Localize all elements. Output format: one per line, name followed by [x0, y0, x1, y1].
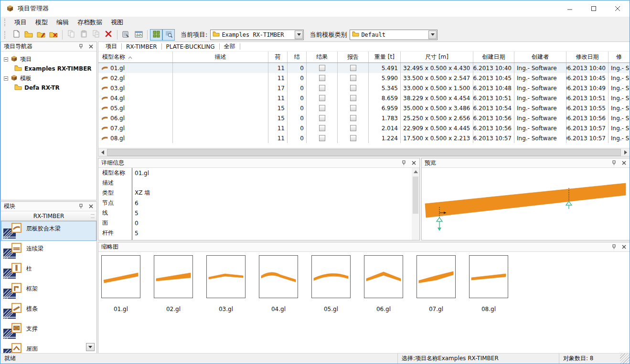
close-icon[interactable]: [410, 160, 417, 166]
dropdown-arrow-icon[interactable]: [295, 31, 303, 39]
results-checkbox[interactable]: [319, 105, 325, 111]
archive-table-button[interactable]: [132, 29, 145, 41]
module-item[interactable]: 柱: [1, 261, 96, 281]
scroll-left-icon[interactable]: [98, 148, 107, 156]
left-horizontal-splitter[interactable]: [0, 200, 97, 201]
close-icon[interactable]: [87, 43, 94, 50]
menu-item-1[interactable]: 模型: [31, 18, 52, 27]
tree-root-0[interactable]: 项目: [4, 54, 96, 64]
column-header-5[interactable]: 报告: [338, 52, 369, 62]
thumbnails-view-button[interactable]: [150, 29, 162, 41]
results-checkbox[interactable]: [319, 95, 325, 101]
column-header-9[interactable]: 创建者: [514, 52, 566, 62]
new-project-folder-button[interactable]: [22, 29, 35, 41]
scroll-right-icon[interactable]: [621, 148, 630, 156]
thumbnail-card[interactable]: [311, 255, 351, 298]
module-group-header[interactable]: RX-TIMBER: [1, 211, 96, 221]
table-row[interactable]: 05.gl1506.95935.000 x 0.500 x 3.4864.06.…: [98, 103, 630, 113]
details-preview-splitter[interactable]: [420, 158, 421, 240]
tree-item-label[interactable]: Defa RX-TR: [24, 84, 60, 91]
pin-icon[interactable]: [610, 244, 617, 250]
new-model-button[interactable]: [10, 29, 22, 41]
column-header-2[interactable]: 荷: [268, 52, 288, 62]
table-row[interactable]: 01.gl1105.49132.495 x 0.500 x 4.4304.06.…: [98, 63, 630, 73]
close-icon[interactable]: [87, 203, 94, 210]
delete-button[interactable]: [102, 29, 115, 41]
current-project-select[interactable]: Examples RX-TIMBER: [210, 30, 304, 40]
details-scrollbar[interactable]: [412, 168, 419, 240]
thumbnail-card[interactable]: [469, 255, 508, 298]
report-checkbox[interactable]: [350, 105, 356, 111]
module-item[interactable]: 框架: [1, 281, 96, 301]
maximize-button[interactable]: [582, 0, 606, 17]
column-header-1[interactable]: 描述: [173, 52, 268, 62]
table-row[interactable]: 02.gl1105.99033.500 x 0.500 x 2.5474.06.…: [98, 73, 630, 83]
tab-2[interactable]: PLATE-BUCKLING: [162, 43, 219, 51]
column-header-7[interactable]: 尺寸 [m]: [401, 52, 473, 62]
module-item[interactable]: 连续梁: [1, 241, 96, 261]
pin-icon[interactable]: [610, 160, 617, 166]
delete-project-folder-button[interactable]: [47, 29, 60, 41]
preview-view-button[interactable]: [162, 29, 175, 41]
table-row[interactable]: 06.gl1501.78325.250 x 0.500 x 2.6564.06.…: [98, 113, 630, 123]
report-checkbox[interactable]: [350, 65, 356, 71]
pin-icon[interactable]: [77, 203, 84, 210]
tree-item-label[interactable]: Examples RX-TIMBER: [24, 65, 92, 72]
column-header-4[interactable]: 结果: [307, 52, 338, 62]
report-checkbox[interactable]: [350, 95, 356, 101]
module-item[interactable]: 屋面: [1, 341, 96, 354]
results-checkbox[interactable]: [319, 135, 325, 141]
pin-icon[interactable]: [400, 160, 407, 166]
dropdown-arrow-icon[interactable]: [428, 31, 437, 39]
resize-grip[interactable]: [620, 354, 630, 364]
report-checkbox[interactable]: [350, 115, 356, 121]
results-checkbox[interactable]: [319, 75, 325, 81]
thumbnail-card[interactable]: [259, 255, 298, 298]
tree-expander-icon[interactable]: [4, 57, 8, 62]
column-header-10[interactable]: 修改日期: [566, 52, 609, 62]
tree-root-label[interactable]: 模板: [20, 74, 32, 83]
preview-canvas[interactable]: [422, 168, 630, 240]
results-checkbox[interactable]: [319, 85, 325, 91]
results-checkbox[interactable]: [319, 65, 325, 71]
scrollbar-thumb[interactable]: [413, 177, 418, 214]
tab-3[interactable]: 全部: [220, 42, 240, 51]
column-header-0[interactable]: 模型名称: [98, 52, 173, 62]
module-item[interactable]: 层板胶合木梁: [1, 221, 96, 241]
thumbnail-card[interactable]: [364, 255, 403, 298]
pin-icon[interactable]: [77, 43, 84, 50]
close-icon[interactable]: [620, 244, 627, 250]
thumbnail-card[interactable]: [101, 255, 140, 298]
table-horizontal-scrollbar[interactable]: [98, 148, 630, 156]
menu-grip[interactable]: [4, 19, 6, 26]
modules-scroll-down-button[interactable]: [86, 343, 95, 351]
template-category-select[interactable]: Default: [350, 30, 438, 40]
results-checkbox[interactable]: [319, 125, 325, 131]
report-checkbox[interactable]: [350, 125, 356, 131]
tree-expander-icon[interactable]: [4, 76, 8, 81]
column-header-6[interactable]: 重量 [t]: [369, 52, 401, 62]
tree-root-label[interactable]: 项目: [20, 55, 32, 63]
toolbar-grip[interactable]: [4, 31, 6, 39]
thumbnail-card[interactable]: [206, 255, 246, 298]
column-header-3[interactable]: 结: [288, 52, 307, 62]
minimize-button[interactable]: [558, 0, 582, 17]
table-row[interactable]: 08.gl1101.22417.500 x 0.500 x 2.2134.06.…: [98, 133, 630, 143]
close-button[interactable]: [606, 0, 630, 17]
menu-item-2[interactable]: 编辑: [52, 18, 73, 27]
tree-item[interactable]: Defa RX-TR: [4, 83, 96, 93]
tree-root-1[interactable]: 模板: [4, 73, 96, 83]
table-row[interactable]: 07.gl1102.01422.909 x 0.500 x 4.4454.06.…: [98, 123, 630, 133]
scrollbar-thumb[interactable]: [107, 149, 621, 156]
column-header-11[interactable]: 修: [609, 52, 630, 62]
table-details-splitter[interactable]: [98, 156, 629, 158]
table-row[interactable]: 04.gl1108.65938.229 x 0.500 x 4.4544.06.…: [98, 93, 630, 103]
results-checkbox[interactable]: [319, 115, 325, 121]
report-checkbox[interactable]: [350, 135, 356, 141]
tab-0[interactable]: 项目: [101, 42, 121, 51]
module-item[interactable]: 支撑: [1, 321, 96, 341]
menu-item-4[interactable]: 视图: [107, 18, 128, 27]
report-checkbox[interactable]: [350, 85, 356, 91]
tree-item[interactable]: Examples RX-TIMBER: [4, 64, 96, 73]
details-thumbs-splitter[interactable]: [98, 240, 629, 242]
